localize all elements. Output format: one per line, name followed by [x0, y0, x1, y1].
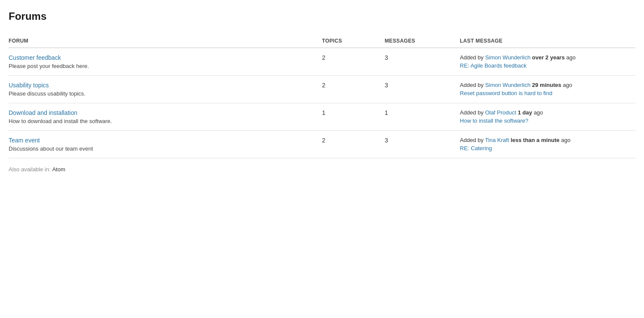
column-header-topics: TOPICS [322, 34, 385, 48]
forum-link-download-and-installation[interactable]: Download and installation [9, 109, 78, 116]
messages-count-usability-topics: 3 [385, 76, 460, 103]
table-row: Customer feedbackPlease post your feedba… [9, 48, 635, 76]
last-message-author-team-event[interactable]: Tina Kraft [485, 137, 509, 143]
forum-link-customer-feedback[interactable]: Customer feedback [9, 54, 61, 61]
column-header-forum: FORUM [9, 34, 322, 48]
last-message-info-team-event: Added by Tina Kraft less than a minute a… [460, 137, 630, 143]
last-message-info-usability-topics: Added by Simon Wunderlich 29 minutes ago [460, 82, 630, 88]
forum-link-team-event[interactable]: Team event [9, 137, 40, 144]
topics-count-customer-feedback: 2 [322, 48, 385, 76]
last-message-download-and-installation: Added by Olaf Product 1 day agoHow to in… [460, 103, 635, 131]
last-message-link-usability-topics[interactable]: Reset password button is hard to find [460, 90, 630, 96]
forums-table: FORUM TOPICS MESSAGES LAST MESSAGE Custo… [9, 34, 635, 158]
forum-description-download-and-installation: How to download and install the software… [9, 118, 317, 124]
last-message-customer-feedback: Added by Simon Wunderlich over 2 years a… [460, 48, 635, 76]
also-available-label: Also available in: [9, 166, 51, 173]
messages-count-team-event: 3 [385, 131, 460, 158]
last-message-info-customer-feedback: Added by Simon Wunderlich over 2 years a… [460, 54, 630, 61]
table-row: Team eventDiscussions about our team eve… [9, 131, 635, 158]
column-header-messages: MESSAGES [385, 34, 460, 48]
atom-link[interactable]: Atom [52, 166, 65, 173]
column-header-last-message: LAST MESSAGE [460, 34, 635, 48]
last-message-team-event: Added by Tina Kraft less than a minute a… [460, 131, 635, 158]
page-title: Forums [9, 10, 635, 22]
last-message-link-team-event[interactable]: RE: Catering [460, 145, 630, 151]
also-available: Also available in: Atom [9, 166, 635, 173]
last-message-link-customer-feedback[interactable]: RE: Agile Boards feedback [460, 62, 630, 69]
last-message-author-download-and-installation[interactable]: Olaf Product [485, 109, 516, 116]
forum-link-usability-topics[interactable]: Usability topics [9, 82, 49, 89]
table-row: Download and installationHow to download… [9, 103, 635, 131]
last-message-usability-topics: Added by Simon Wunderlich 29 minutes ago… [460, 76, 635, 103]
forum-description-customer-feedback: Please post your feedback here. [9, 63, 317, 69]
forum-description-team-event: Discussions about our team event [9, 145, 317, 152]
table-row: Usability topicsPlease discuss usability… [9, 76, 635, 103]
messages-count-download-and-installation: 1 [385, 103, 460, 131]
last-message-author-usability-topics[interactable]: Simon Wunderlich [485, 82, 530, 88]
last-message-author-customer-feedback[interactable]: Simon Wunderlich [485, 54, 530, 61]
last-message-link-download-and-installation[interactable]: How to install the software? [460, 117, 630, 124]
forum-description-usability-topics: Please discuss usability topics. [9, 90, 317, 97]
topics-count-download-and-installation: 1 [322, 103, 385, 131]
messages-count-customer-feedback: 3 [385, 48, 460, 76]
last-message-info-download-and-installation: Added by Olaf Product 1 day ago [460, 109, 630, 116]
topics-count-usability-topics: 2 [322, 76, 385, 103]
topics-count-team-event: 2 [322, 131, 385, 158]
